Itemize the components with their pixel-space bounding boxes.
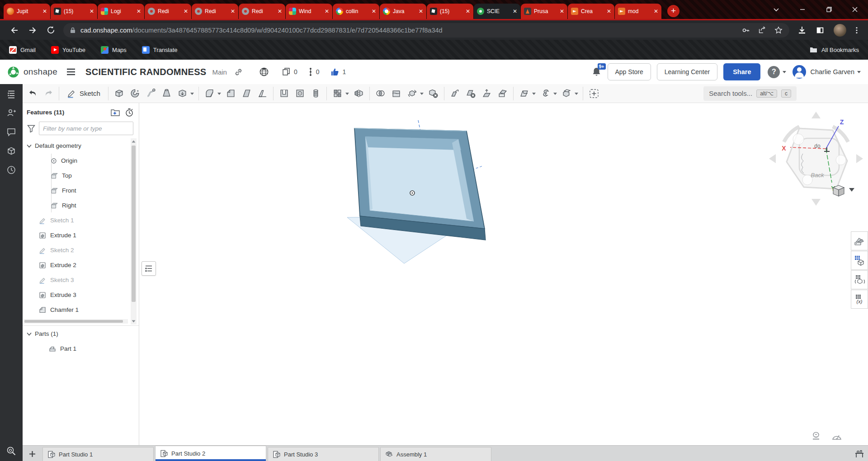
forward-icon[interactable] <box>24 25 42 35</box>
bookmark-star-icon[interactable] <box>774 26 783 35</box>
tab-close-icon[interactable]: ✕ <box>654 8 658 14</box>
rotate-left-icon[interactable] <box>769 154 776 163</box>
learning-center-button[interactable]: Learning Center <box>657 63 717 80</box>
offset-surface-icon[interactable] <box>479 86 495 101</box>
rib-icon[interactable] <box>255 86 270 101</box>
feature-item-extrude1[interactable]: Extrude 1 <box>23 228 139 243</box>
download-icon[interactable] <box>793 25 811 35</box>
browser-tab[interactable]: Prusa✕ <box>521 4 567 19</box>
pattern-dropdown-icon[interactable] <box>345 93 349 97</box>
measure-angle-button[interactable] <box>830 430 843 442</box>
view-cube[interactable]: Back X Z Y do <box>764 107 868 211</box>
browser-tab[interactable]: Java✕ <box>380 4 426 19</box>
user-name[interactable]: Charlie Garven <box>810 68 854 75</box>
help-cube-icon[interactable] <box>6 146 16 156</box>
tab-close-icon[interactable]: ✕ <box>137 8 141 14</box>
scroll-down-icon[interactable] <box>132 320 136 323</box>
view-cube-body[interactable] <box>787 128 847 189</box>
rotate-right-icon[interactable] <box>856 154 863 163</box>
chevron-down-icon[interactable] <box>27 144 32 148</box>
url-field[interactable]: cad.onshape.com/documents/3a487645788577… <box>63 23 789 38</box>
feature-item-front-plane[interactable]: Front <box>23 183 139 198</box>
view-menu-cube-icon[interactable] <box>833 185 844 196</box>
curve-icon[interactable] <box>538 86 553 101</box>
tab-close-icon[interactable]: ✕ <box>231 8 235 14</box>
curve-dropdown-icon[interactable] <box>553 93 557 97</box>
tab-part-studio-3[interactable]: Part Studio 3 <box>268 447 379 461</box>
onshape-logo-icon[interactable] <box>7 66 19 78</box>
close-window-icon[interactable] <box>842 0 868 19</box>
graphics-viewport[interactable]: 110 <box>139 103 868 445</box>
tab-close-icon[interactable]: ✕ <box>560 8 564 14</box>
search-document-icon[interactable] <box>6 446 17 456</box>
bookmark-youtube[interactable]: YouTube <box>51 46 85 54</box>
document-title[interactable]: SCIENTIFIC RANDOMNESS <box>85 67 206 77</box>
draft-icon[interactable] <box>239 86 255 101</box>
replace-face-icon[interactable] <box>495 86 510 101</box>
browser-tab[interactable]: collin✕ <box>333 4 379 19</box>
browser-tab-active[interactable]: SCIE✕ <box>474 4 520 19</box>
tree-group-default-geometry[interactable]: Default geometry <box>23 138 139 153</box>
tab-options-icon[interactable] <box>854 449 864 458</box>
redo-icon[interactable] <box>41 86 56 101</box>
search-tools-button[interactable]: Search tools... alt/⌥ c <box>703 86 797 101</box>
scrollbar-thumb[interactable] <box>132 146 136 302</box>
feature-item-right-plane[interactable]: Right <box>23 198 139 213</box>
loft-icon[interactable] <box>159 86 175 101</box>
feature-list-flyout-button[interactable] <box>142 261 156 276</box>
browser-tab[interactable]: Redi✕ <box>145 4 191 19</box>
browser-menu-icon[interactable] <box>851 26 863 34</box>
help-caret-icon[interactable] <box>783 71 786 75</box>
browser-tab[interactable]: Redi✕ <box>239 4 285 19</box>
rotate-up-icon[interactable] <box>811 112 821 118</box>
variable-studio-panel-button[interactable]: (x) <box>851 290 868 309</box>
origin-marker[interactable] <box>410 191 415 195</box>
feature-item-extrude3[interactable]: Extrude 3 <box>23 287 139 302</box>
browser-profile-avatar[interactable] <box>834 24 846 37</box>
tab-assembly-1[interactable]: Assembly 1 <box>380 447 491 461</box>
insert-element-button[interactable] <box>25 447 39 461</box>
mirror-icon[interactable] <box>351 86 367 101</box>
sketch-button[interactable]: Sketch <box>62 86 105 101</box>
view-cube-face-label[interactable]: Back <box>811 172 825 179</box>
browser-tab[interactable]: (15)✕ <box>427 4 473 19</box>
surface-dropdown-icon[interactable] <box>575 93 578 97</box>
tab-close-icon[interactable]: ✕ <box>372 8 376 14</box>
tab-close-icon[interactable]: ✕ <box>419 8 423 14</box>
tab-part-studio-1[interactable]: Part Studio 1 <box>42 447 154 461</box>
document-panel-icon[interactable] <box>6 89 16 99</box>
user-menu-caret-icon[interactable] <box>857 71 861 75</box>
tab-close-icon[interactable]: ✕ <box>278 8 282 14</box>
bookmark-gmail[interactable]: Gmail <box>9 46 36 54</box>
feature-item-sketch3[interactable]: Sketch 3 <box>23 273 139 287</box>
configurations-panel-button[interactable] <box>851 251 868 270</box>
feature-item-sketch2[interactable]: Sketch 2 <box>23 243 139 258</box>
help-button[interactable]: ? <box>768 66 780 78</box>
surface-icon[interactable] <box>559 86 575 101</box>
new-folder-icon[interactable] <box>111 109 120 116</box>
fillet-dropdown-icon[interactable] <box>217 93 221 97</box>
split-icon[interactable] <box>388 86 404 101</box>
part-body[interactable] <box>354 128 486 240</box>
password-key-icon[interactable] <box>741 26 750 35</box>
move-face-icon[interactable] <box>447 86 463 101</box>
comments-icon[interactable] <box>6 127 16 137</box>
measure-length-button[interactable] <box>810 430 822 442</box>
tab-part-studio-2[interactable]: Part Studio 2 <box>155 446 266 461</box>
horizontal-scrollbar[interactable] <box>24 319 128 324</box>
shell-icon[interactable] <box>276 86 292 101</box>
sweep-icon[interactable] <box>143 86 159 101</box>
scrollbar-thumb[interactable] <box>24 320 123 323</box>
tab-close-icon[interactable]: ✕ <box>42 8 47 14</box>
delete-part-icon[interactable] <box>425 86 441 101</box>
plane-icon[interactable] <box>516 86 532 101</box>
user-avatar[interactable] <box>793 65 806 79</box>
tab-close-icon[interactable]: ✕ <box>325 8 329 14</box>
feature-item-sketch1[interactable]: Sketch 1 <box>23 213 139 228</box>
versions-icon[interactable] <box>308 67 313 76</box>
browser-tab[interactable]: Crea✕ <box>568 4 614 19</box>
tree-group-parts[interactable]: Parts (1) <box>23 326 139 341</box>
mate-connector-icon[interactable] <box>586 86 602 101</box>
tab-close-icon[interactable]: ✕ <box>513 8 517 14</box>
appearance-panel-button[interactable] <box>851 231 868 250</box>
